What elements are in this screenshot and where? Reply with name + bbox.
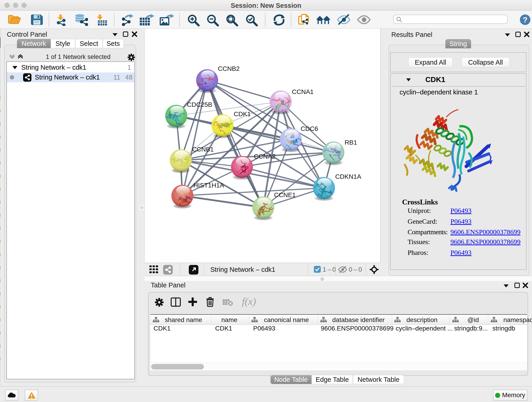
svg-text:CDK1: CDK1 [234, 110, 251, 118]
svg-text:RB1: RB1 [345, 139, 357, 146]
svg-text:CCNE1: CCNE1 [274, 191, 296, 198]
svg-text:CDC25B: CDC25B [187, 101, 212, 108]
svg-text:CCNB2: CCNB2 [218, 65, 240, 72]
svg-text:HIST1H1A: HIST1H1A [193, 182, 224, 189]
svg-text:CCNA2: CCNA2 [254, 153, 276, 160]
svg-text:?: ? [523, 15, 528, 24]
svg-text:CCNB1: CCNB1 [192, 146, 214, 153]
svg-text:CDKN1A: CDKN1A [335, 173, 361, 180]
svg-text:CDC6: CDC6 [301, 125, 318, 132]
svg-text:CCNA1: CCNA1 [292, 88, 314, 95]
